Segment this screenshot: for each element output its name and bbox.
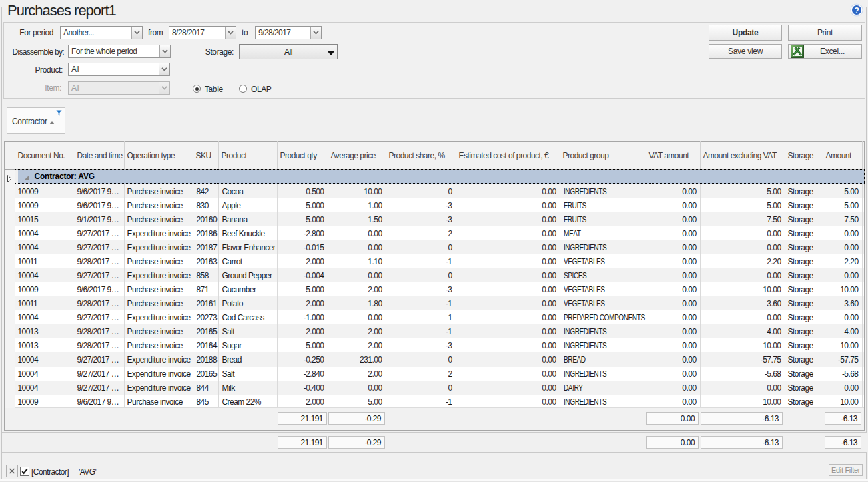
svg-text:?: ?	[854, 6, 859, 15]
